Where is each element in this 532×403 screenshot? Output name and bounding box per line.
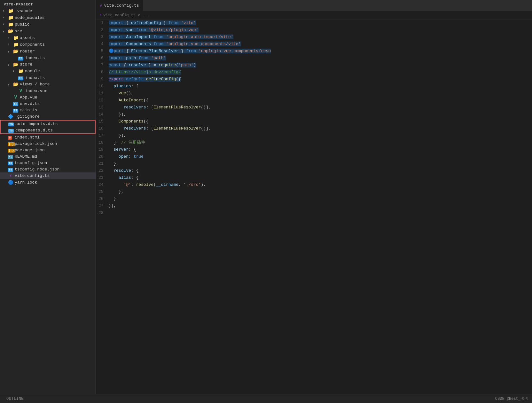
- code-line-18: ], // 注册插件: [109, 139, 532, 146]
- tree-item-module[interactable]: ›📁module: [0, 68, 96, 75]
- csdn-watermark: CSDN @Best_卡卡: [495, 396, 528, 401]
- file-icon-folder-closed: 📁: [8, 15, 13, 20]
- tree-item-node_modules[interactable]: ›📁node_modules: [0, 14, 96, 21]
- file-icon-git: 🔷: [8, 114, 13, 119]
- line-num-22: 22: [98, 167, 104, 174]
- code-line-28: [109, 209, 532, 217]
- tree-label-pkg: package.json: [15, 148, 45, 153]
- tree-item-app-vue[interactable]: VApp.vue: [0, 94, 96, 100]
- tree-item-env-d[interactable]: TSenv.d.ts: [0, 100, 96, 107]
- code-editor[interactable]: 1234567891011121314151617181920212223242…: [96, 20, 532, 394]
- line-num-26: 26: [98, 195, 104, 202]
- breadcrumb: ⚡ vite.config.ts > ...: [96, 11, 532, 20]
- file-icon-folder-closed: 📁: [13, 35, 19, 41]
- code-content: import { defineConfig } from 'vite'impor…: [107, 20, 532, 394]
- tree-item-index-html[interactable]: 5index.html: [0, 134, 96, 140]
- tree-item-router[interactable]: ∨📂router: [0, 48, 96, 55]
- file-icon-yarn: 🔵: [8, 180, 13, 185]
- tree-item-gitignore[interactable]: 🔷.gitignore: [0, 113, 96, 120]
- tree-item-views[interactable]: ∨📂views / home: [0, 81, 96, 88]
- tree-item-auto-imports[interactable]: TSauto-imports.d.ts: [1, 121, 95, 127]
- line-num-3: 3: [98, 34, 104, 41]
- tree-label-env-d: env.d.ts: [20, 101, 40, 106]
- tab-bar: ⚡ vite.config.ts: [96, 0, 532, 11]
- tree-arrow-store: ∨: [8, 63, 13, 67]
- sidebar-title: VITE-PROJECT: [0, 0, 96, 8]
- code-line-11: vue(),: [109, 90, 532, 97]
- tree-label-views: views / home: [20, 82, 50, 87]
- tree-item-tsconfig[interactable]: TStsconfig.json: [0, 160, 96, 166]
- code-line-23: alias: {: [109, 174, 532, 181]
- file-icon-folder-open: 📂: [8, 28, 13, 34]
- code-line-14: }),: [109, 111, 532, 118]
- tree-item-assets[interactable]: ›📁assets: [0, 35, 96, 41]
- tree-label-store-index: index.ts: [25, 75, 45, 80]
- file-icon-ts: TS: [8, 121, 14, 126]
- tree-item-vscode[interactable]: ›📁.vscode: [0, 8, 96, 14]
- tree-label-src: src: [15, 29, 22, 34]
- tree-item-components[interactable]: ›📁components: [0, 41, 96, 48]
- line-num-1: 1: [98, 20, 104, 27]
- tree-label-public: public: [15, 22, 30, 27]
- line-num-11: 11: [98, 90, 104, 97]
- line-num-24: 24: [98, 181, 104, 188]
- tree-label-app-vue: App.vue: [20, 95, 37, 100]
- code-line-7: const { resolve } = require('path'): [109, 62, 532, 69]
- file-icon-md: M↓: [8, 154, 13, 159]
- line-num-20: 20: [98, 153, 104, 160]
- code-line-22: resolve: {: [109, 167, 532, 174]
- tree-arrow-vscode: ›: [3, 9, 8, 13]
- tree-item-yarn-lock[interactable]: 🔵yarn.lock: [0, 179, 96, 186]
- code-line-5: 🔵port { ElementPlusResolver } from 'unpl…: [109, 48, 532, 55]
- line-num-7: 7: [98, 62, 104, 69]
- tree-item-views-index[interactable]: Vindex.vue: [0, 88, 96, 94]
- code-line-4: import Components from 'unplugin-vue-com…: [109, 41, 532, 48]
- code-line-9: export default defineConfig({: [109, 76, 532, 83]
- sidebar: VITE-PROJECT ›📁.vscode›📁node_modules›📁pu…: [0, 0, 96, 394]
- vite-icon: ⚡: [100, 3, 102, 8]
- tree-item-router-index[interactable]: TSindex.ts: [0, 55, 96, 61]
- tree-arrow-views: ∨: [8, 83, 13, 86]
- line-num-10: 10: [98, 83, 104, 90]
- code-line-20: open: true: [109, 153, 532, 160]
- tree-label-router: router: [20, 49, 35, 54]
- line-numbers: 1234567891011121314151617181920212223242…: [96, 20, 107, 394]
- code-line-13: resolvers: [ElementPlusResolver()],: [109, 104, 532, 111]
- tree-item-pkg-lock[interactable]: { }package-lock.json: [0, 140, 96, 147]
- tree-item-store[interactable]: ∨📂store: [0, 61, 96, 68]
- tree-item-vite-config[interactable]: ⚡vite.config.ts: [0, 172, 96, 179]
- tree-label-tsconfig-node: tsconfig.node.json: [15, 167, 59, 172]
- code-line-27: }),: [109, 202, 532, 209]
- line-num-2: 2: [98, 27, 104, 34]
- tree-label-auto-imports: auto-imports.d.ts: [15, 122, 58, 126]
- file-icon-folder-closed: 📁: [13, 42, 19, 47]
- tree-label-components: components: [20, 42, 45, 47]
- tree-item-readme[interactable]: M↓README.md: [0, 153, 96, 160]
- tree-label-tsconfig: tsconfig.json: [15, 161, 47, 165]
- line-num-13: 13: [98, 104, 104, 111]
- code-line-1: import { defineConfig } from 'vite': [109, 20, 532, 27]
- code-line-15: Components({: [109, 118, 532, 125]
- line-num-25: 25: [98, 188, 104, 195]
- tree-arrow-assets: ›: [8, 36, 13, 40]
- file-icon-html: 5: [8, 135, 13, 140]
- tree-item-components-d[interactable]: TScomponents.d.ts: [1, 127, 95, 133]
- file-icon-folder-open: 📂: [13, 82, 19, 87]
- tree-item-store-index[interactable]: TSindex.ts: [0, 75, 96, 81]
- tree-arrow-src: ∨: [3, 29, 8, 33]
- tree-arrow-components: ›: [8, 43, 13, 46]
- tree-label-router-index: index.ts: [25, 56, 45, 60]
- tree-item-tsconfig-node[interactable]: TStsconfig.node.json: [0, 166, 96, 172]
- editor-tab-vite-config[interactable]: ⚡ vite.config.ts: [96, 0, 143, 11]
- tree-item-main-ts[interactable]: TSmain.ts: [0, 107, 96, 113]
- tree-item-public[interactable]: ›📁public: [0, 21, 96, 28]
- code-line-16: resolvers: [ElementPlusResolver()],: [109, 125, 532, 132]
- line-num-18: 18: [98, 139, 104, 146]
- bottom-bar: OUTLINE CSDN @Best_卡卡: [0, 394, 532, 403]
- file-icon-folder-closed: 📁: [18, 68, 24, 74]
- code-line-19: server: {: [109, 146, 532, 153]
- tree-item-pkg[interactable]: { }package.json: [0, 147, 96, 153]
- file-icon-ts: TS: [18, 55, 24, 60]
- tree-item-src[interactable]: ∨📂src: [0, 28, 96, 35]
- file-icon-vue: V: [18, 88, 24, 93]
